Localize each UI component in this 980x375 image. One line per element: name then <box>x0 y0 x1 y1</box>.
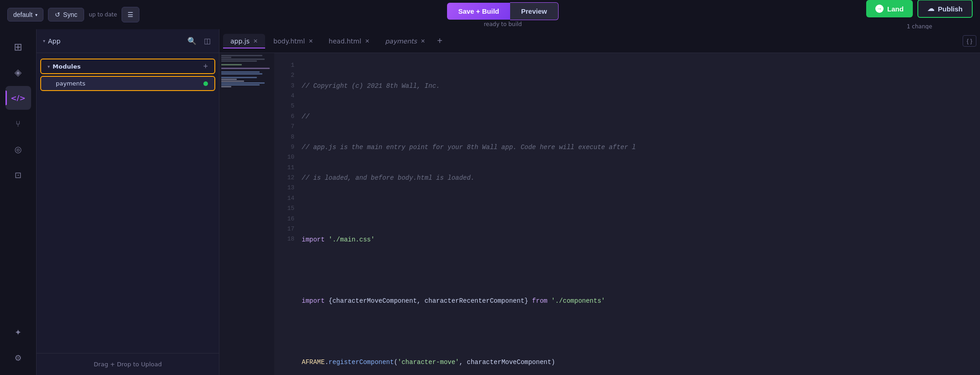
preview-label: Preview <box>521 7 547 15</box>
tree-item-payments[interactable]: payments <box>40 76 215 91</box>
menu-icon: ☰ <box>128 11 133 18</box>
toolbar-left: default ▾ ↺ Sync up to date ☰ <box>7 7 139 22</box>
preview-button[interactable]: Preview <box>510 2 559 20</box>
code-line-6: import './main.css' <box>302 235 980 245</box>
map-icon: ⊡ <box>15 170 21 180</box>
code-content[interactable]: // Copyright (c) 2021 8th Wall, Inc. // … <box>298 53 980 375</box>
collapse-button[interactable]: ◫ <box>202 35 213 47</box>
land-arrow-icon: → <box>875 5 884 13</box>
branch-button[interactable]: default ▾ <box>7 8 43 21</box>
code-icon: </> <box>11 94 26 102</box>
add-tab-button[interactable]: + <box>433 34 446 48</box>
code-line-3: // app.js is the main entry point for yo… <box>302 142 980 152</box>
tree-item-payments-label: payments <box>56 80 200 87</box>
tab-payments[interactable]: payments ✕ <box>378 34 432 48</box>
sidebar-item-target[interactable]: ◎ <box>5 137 31 161</box>
sidebar-item-star[interactable]: ✦ <box>5 320 31 344</box>
tree-chevron-icon: ▾ <box>43 38 45 43</box>
cube-icon: ◈ <box>15 67 21 78</box>
code-editor[interactable]: 12345 678910 1112131415 161718 // Copyri… <box>219 53 980 375</box>
file-tree-title: ▾ App <box>43 38 182 45</box>
code-line-9 <box>302 327 980 337</box>
menu-button[interactable]: ☰ <box>122 7 139 22</box>
file-tree-content: ▾ Modules + payments <box>37 53 219 353</box>
grid-icon: ⊞ <box>14 41 22 53</box>
modules-section-label: Modules <box>53 63 200 70</box>
code-line-8: import {characterMoveComponent, characte… <box>302 296 980 306</box>
branch-label: default <box>13 11 32 18</box>
sync-label: Sync <box>63 11 77 18</box>
file-tree-actions: 🔍 ◫ <box>186 35 213 47</box>
sidebar-item-git[interactable]: ⑂ <box>5 112 31 135</box>
search-icon: 🔍 <box>187 37 197 45</box>
star-icon: ✦ <box>15 327 21 337</box>
tab-bodyhtml-close[interactable]: ✕ <box>309 38 313 44</box>
sync-rotate-icon: ↺ <box>55 11 60 18</box>
code-line-4: // is loaded, and before body.html is lo… <box>302 173 980 183</box>
sidebar-item-map[interactable]: ⊡ <box>5 163 31 187</box>
save-build-button[interactable]: Save + Build <box>447 3 510 20</box>
toolbar-center: Save + Build Preview ready to build <box>145 2 861 27</box>
cloud-upload-icon: ☁ <box>927 5 934 13</box>
file-tree-header: ▾ App 🔍 ◫ <box>37 29 219 53</box>
sync-button[interactable]: ↺ Sync <box>48 8 84 21</box>
land-label: Land <box>887 5 904 13</box>
target-icon: ◎ <box>15 145 22 154</box>
save-build-label: Save + Build <box>458 7 499 15</box>
file-tree-footer: Drag + Drop to Upload <box>37 353 219 375</box>
tab-headhtml-label: head.html <box>329 38 361 45</box>
center-status: ready to build <box>484 21 522 27</box>
toolbar-right-row: → Land ☁ Publish <box>866 0 973 18</box>
editor-area: app.js ✕ body.html ✕ head.html ✕ payment… <box>219 29 980 375</box>
code-line-2: // <box>302 112 980 122</box>
editor-tabs: app.js ✕ body.html ✕ head.html ✕ payment… <box>219 29 980 53</box>
tab-headhtml[interactable]: head.html ✕ <box>321 34 377 48</box>
code-line-5 <box>302 204 980 214</box>
line-numbers: 12345 678910 1112131415 161718 <box>274 53 298 375</box>
sidebar-item-grid[interactable]: ⊞ <box>5 35 31 59</box>
sidebar-item-gear[interactable]: ⚙ <box>5 346 31 370</box>
payments-status-dot <box>203 81 208 86</box>
file-tree-panel: ▾ App 🔍 ◫ ▾ Modules + payment <box>37 29 219 375</box>
add-module-button[interactable]: + <box>203 62 208 70</box>
toolbar: default ▾ ↺ Sync up to date ☰ Save + Bui… <box>0 0 980 29</box>
upload-hint: Drag + Drop to Upload <box>94 361 162 368</box>
minimap <box>219 53 274 375</box>
collapse-panel-icon: ◫ <box>204 37 211 45</box>
tree-section-modules: ▾ Modules + payments <box>37 59 219 91</box>
code-line-1: // Copyright (c) 2021 8th Wall, Inc. <box>302 81 980 91</box>
modules-chevron-icon: ▾ <box>48 64 50 69</box>
active-indicator <box>5 91 7 105</box>
sidebar-icons: ⊞ ◈ </> ⑂ ◎ ⊡ ✦ ⚙ <box>0 29 37 375</box>
tab-appjs-close[interactable]: ✕ <box>253 38 258 44</box>
format-button[interactable]: { } <box>963 35 976 47</box>
branch-chevron-icon: ▾ <box>35 12 37 17</box>
toolbar-right: → Land ☁ Publish 1 change <box>866 0 973 30</box>
sidebar-item-code[interactable]: </> <box>5 86 31 110</box>
sync-status: up to date <box>89 11 117 18</box>
publish-label: Publish <box>938 5 963 13</box>
tab-headhtml-close[interactable]: ✕ <box>365 38 369 44</box>
land-button[interactable]: → Land <box>866 0 913 17</box>
main-content: ⊞ ◈ </> ⑂ ◎ ⊡ ✦ ⚙ ▾ App <box>0 29 980 375</box>
file-tree-title-label: App <box>48 38 60 45</box>
code-line-7 <box>302 265 980 275</box>
center-actions: Save + Build Preview <box>447 2 558 20</box>
tab-appjs[interactable]: app.js ✕ <box>223 34 265 48</box>
tab-appjs-label: app.js <box>230 38 250 45</box>
search-button[interactable]: 🔍 <box>186 35 198 47</box>
tab-payments-close[interactable]: ✕ <box>421 38 425 44</box>
sidebar-item-cube[interactable]: ◈ <box>5 60 31 84</box>
tab-payments-label: payments <box>385 38 417 45</box>
tab-bodyhtml[interactable]: body.html ✕ <box>266 34 320 48</box>
tab-bodyhtml-label: body.html <box>273 38 305 45</box>
modules-section-header[interactable]: ▾ Modules + <box>40 59 215 74</box>
git-icon: ⑂ <box>16 119 21 129</box>
change-count: 1 change <box>907 23 932 30</box>
publish-button[interactable]: ☁ Publish <box>917 0 973 18</box>
code-line-10: AFRAME.registerComponent('character-move… <box>302 357 980 367</box>
gear-icon: ⚙ <box>14 353 21 363</box>
